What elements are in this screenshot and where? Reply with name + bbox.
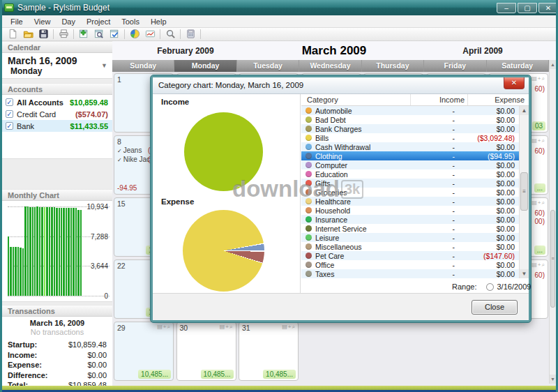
- menu-item-day[interactable]: Day: [56, 16, 81, 27]
- category-row-bad-debt[interactable]: Bad Debt-$0.00: [301, 115, 519, 124]
- category-row-leisure[interactable]: Leisure-$0.00: [301, 233, 519, 242]
- titlebar[interactable]: Sample - Rylstim Budget –▢✕: [0, 0, 558, 15]
- checkbox-checked-icon[interactable]: ✓: [6, 122, 13, 130]
- calendar-scrollbar[interactable]: ▲ ≡ ▼: [549, 60, 556, 384]
- app-window: Sample - Rylstim Budget –▢✕ FileViewDayP…: [0, 0, 558, 392]
- category-row-miscellaneous[interactable]: Miscellaneous-$0.00: [301, 242, 519, 251]
- open-folder-button[interactable]: [20, 29, 36, 40]
- category-column-header[interactable]: Category: [301, 96, 410, 104]
- cell-action-icons[interactable]: ▤+⌕: [531, 199, 545, 206]
- account-row-credit-card[interactable]: ✓Credit Card($574.07): [2, 108, 112, 120]
- category-expense: $0.00: [458, 161, 519, 169]
- category-row-automobile[interactable]: Automobile-$0.00: [301, 106, 519, 115]
- category-row-healthcare[interactable]: Healthcare-$0.00: [301, 197, 519, 206]
- close-button[interactable]: ✕: [538, 3, 558, 13]
- income-column-header[interactable]: Income: [410, 94, 467, 105]
- category-expense: $0.00: [458, 116, 519, 124]
- menu-item-file[interactable]: File: [5, 16, 29, 27]
- toolbar-separator: [180, 29, 181, 39]
- cell-action-icons[interactable]: ▤+⌕: [220, 324, 234, 331]
- category-row-cash-withdrawal[interactable]: Cash Withdrawal-$0.00: [301, 142, 519, 151]
- weekday-header-saturday[interactable]: Saturday: [487, 60, 549, 72]
- new-file-button[interactable]: [5, 29, 20, 40]
- category-row-computer[interactable]: Computer-$0.00: [301, 160, 519, 169]
- category-row-internet-service[interactable]: Internet Service-$0.00: [301, 224, 519, 233]
- table-scrollbar-thumb[interactable]: ≡: [520, 172, 528, 211]
- menu-item-help[interactable]: Help: [145, 16, 172, 27]
- account-name: Bank: [17, 122, 70, 130]
- cell-action-icons[interactable]: ▤+⌕: [531, 262, 545, 269]
- weekday-header-tuesday[interactable]: Tuesday: [237, 60, 299, 72]
- minimize-button[interactable]: –: [497, 3, 516, 13]
- weekday-header-monday[interactable]: Monday: [174, 60, 236, 72]
- cell-action-icons[interactable]: ▤+⌕: [282, 324, 296, 331]
- entry-amount-partial: 60): [535, 85, 545, 93]
- category-color-dot: [306, 107, 312, 114]
- category-row-clothing[interactable]: Clothing-($94.95): [301, 151, 519, 160]
- add-event-button[interactable]: [76, 29, 91, 40]
- zoom-button[interactable]: [163, 29, 178, 40]
- expense-column-header[interactable]: Expense: [467, 94, 529, 105]
- next-month-label[interactable]: April 2009: [409, 46, 556, 56]
- chart-bar-day-5: [17, 247, 19, 296]
- single-date-radio[interactable]: [486, 283, 494, 291]
- cell-action-icons[interactable]: ▤+⌕: [531, 75, 545, 82]
- category-expense: $0.00: [458, 179, 519, 188]
- weekday-header-sunday[interactable]: Sunday: [112, 60, 174, 72]
- category-row-groceries[interactable]: Groceries-$0.00: [301, 188, 519, 197]
- single-date-label[interactable]: 3/16/2009: [497, 282, 531, 291]
- category-row-household[interactable]: Household-$0.00: [301, 206, 519, 215]
- category-row-bills[interactable]: Bills-($3,092.48): [301, 133, 519, 142]
- calculator-button[interactable]: [183, 29, 198, 40]
- category-row-taxes[interactable]: Taxes-$0.00: [301, 269, 519, 278]
- prev-month-label[interactable]: February 2009: [112, 46, 259, 56]
- scroll-down-icon[interactable]: ▼: [550, 375, 556, 384]
- report-chart-button[interactable]: [142, 29, 158, 40]
- scroll-up-icon[interactable]: ▲: [550, 60, 556, 69]
- category-row-bank-charges[interactable]: Bank Charges-$0.00: [301, 124, 519, 133]
- category-name: Office: [315, 261, 407, 269]
- checkbox-checked-icon[interactable]: ✓: [6, 110, 13, 118]
- table-scrollbar[interactable]: ▲ ≡ ▼: [519, 106, 529, 278]
- weekday-header-friday[interactable]: Friday: [424, 60, 486, 72]
- category-row-pet-care[interactable]: Pet Care-($147.60): [301, 251, 519, 260]
- dialog-titlebar[interactable]: Category chart: Monday, March 16, 2009 ✕: [153, 77, 529, 94]
- menu-item-view[interactable]: View: [29, 16, 56, 27]
- maximize-button[interactable]: ▢: [518, 3, 537, 13]
- close-button[interactable]: Close: [472, 300, 518, 315]
- income-pie-label: Income: [161, 98, 189, 106]
- table-scroll-down-icon[interactable]: ▼: [520, 269, 529, 278]
- date-selector[interactable]: March 16, 2009 Monday ▼: [2, 53, 112, 79]
- account-row-all-accounts[interactable]: ✓All Accounts$10,859.48: [2, 96, 112, 108]
- chart-bar-day-17: [46, 207, 47, 296]
- print-button[interactable]: [56, 29, 71, 40]
- calendar-cell-day-29[interactable]: 29▤+⌕10,485...: [114, 322, 174, 381]
- income-pie-chart: [184, 112, 263, 191]
- find-event-button[interactable]: [91, 29, 107, 40]
- cell-action-icons[interactable]: ▤+⌕: [531, 137, 545, 144]
- pie-chart-button[interactable]: [127, 29, 142, 40]
- dialog-title: Category chart: Monday, March 16, 2009: [158, 81, 303, 89]
- account-row-bank[interactable]: ✓Bank$11,433.55: [2, 120, 112, 132]
- menu-item-tools[interactable]: Tools: [116, 16, 145, 27]
- checkbox-checked-icon[interactable]: ✓: [6, 98, 13, 106]
- scrollbar-thumb[interactable]: ≡: [550, 210, 555, 308]
- chevron-down-icon[interactable]: ▼: [101, 62, 107, 69]
- category-row-education[interactable]: Education-$0.00: [301, 169, 519, 179]
- weekday-header-thursday[interactable]: Thursday: [362, 60, 424, 72]
- calendar-cell-day-30[interactable]: 30▤+⌕10,485...: [176, 322, 236, 381]
- dialog-close-icon[interactable]: ✕: [504, 77, 525, 89]
- save-button[interactable]: [36, 29, 51, 40]
- chart-bar-day-11: [32, 207, 33, 296]
- sidebar: Calendar March 16, 2009 Monday ▼ Account…: [2, 41, 112, 386]
- check-event-button[interactable]: [107, 29, 122, 40]
- table-scroll-up-icon[interactable]: ▲: [520, 106, 529, 115]
- category-row-office[interactable]: Office-$0.00: [301, 260, 519, 269]
- table-header-row[interactable]: Category Income Expense: [301, 94, 529, 106]
- weekday-header-wednesday[interactable]: Wednesday: [299, 60, 361, 72]
- category-row-gifts[interactable]: Gifts-$0.00: [301, 179, 519, 188]
- calendar-cell-day-31[interactable]: 31▤+⌕10,485...: [239, 322, 299, 381]
- category-row-insurance[interactable]: Insurance-$0.00: [301, 215, 519, 224]
- cell-action-icons[interactable]: ▤+⌕: [157, 324, 171, 331]
- menu-item-project[interactable]: Project: [81, 16, 116, 27]
